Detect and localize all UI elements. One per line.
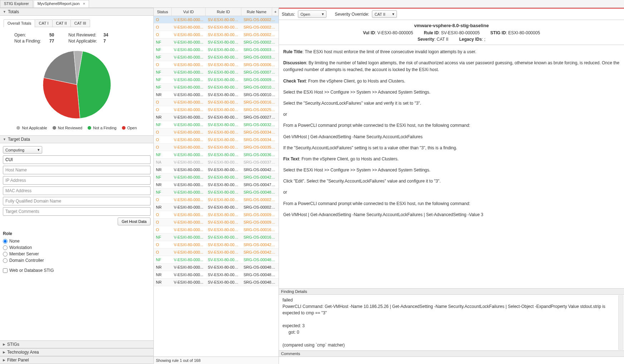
table-row[interactable]: NFV-ESXI-80-000...SV-ESXI-80-000...SRG-O… — [154, 69, 279, 76]
rule-id-cell: SV-ESXI-80-000... — [206, 48, 241, 52]
totals-header[interactable]: ▼ Totals — [0, 8, 153, 16]
computing-dropdown[interactable]: Computing ▾ — [3, 146, 42, 154]
role-member-server[interactable]: Member Server — [3, 251, 151, 257]
vul-id-cell: V-ESXI-80-000... — [172, 175, 206, 179]
severity-override-dropdown[interactable]: CAT II▾ — [372, 10, 397, 18]
table-row[interactable]: NFV-ESXI-80-000...SV-ESXI-80-000...SRG-O… — [154, 54, 279, 61]
vul-id-cell: V-ESXI-80-000... — [172, 213, 206, 217]
table-row[interactable]: OV-ESXI-80-000...SV-ESXI-80-000...SRG-OS… — [154, 99, 279, 106]
col-vul-id[interactable]: Vul ID — [172, 8, 206, 16]
table-row[interactable]: NFV-ESXI-80-000...SV-ESXI-80-000...SRG-O… — [154, 121, 279, 129]
web-db-stig-checkbox[interactable]: Web or Database STIG — [3, 267, 151, 274]
table-row[interactable]: OV-ESXI-80-000...SV-ESXI-80-000...SRG-OS… — [154, 211, 279, 219]
role-none[interactable]: None — [3, 238, 151, 244]
table-row[interactable]: NFV-ESXI-80-000...SV-ESXI-80-000...SRG-O… — [154, 46, 279, 54]
table-row[interactable]: NFV-ESXI-80-000...SV-ESXI-80-000...SRG-O… — [154, 189, 279, 196]
table-row[interactable]: NRV-ESXI-80-000...SV-ESXI-80-000...SRG-O… — [154, 91, 279, 99]
cui-field[interactable] — [3, 155, 151, 164]
table-row[interactable]: NRV-ESXI-80-000...SV-ESXI-80-000...SRG-O… — [154, 181, 279, 189]
table-row[interactable]: OV-ESXI-80-000...SV-ESXI-80-000...SRG-OS… — [154, 226, 279, 234]
table-row[interactable]: NRV-ESXI-80-000...SV-ESXI-80-000...SRG-O… — [154, 271, 279, 279]
table-row[interactable]: OV-ESXI-80-000...SV-ESXI-80-000...SRG-OS… — [154, 16, 279, 24]
table-row[interactable]: NAV-ESXI-80-000...SV-ESXI-80-000...SRG-O… — [154, 159, 279, 166]
table-row[interactable]: NFV-ESXI-80-000...SV-ESXI-80-000...SRG-O… — [154, 39, 279, 46]
table-row[interactable]: NRV-ESXI-80-000...SV-ESXI-80-000...SRG-O… — [154, 204, 279, 211]
comments-box[interactable] — [279, 357, 624, 364]
table-row[interactable]: OV-ESXI-80-000...SV-ESXI-80-000...SRG-OS… — [154, 144, 279, 151]
table-row[interactable]: NFV-ESXI-80-000...SV-ESXI-80-000...SRG-O… — [154, 76, 279, 84]
vul-id-cell: V-ESXI-80-000... — [172, 123, 206, 127]
technology-area-header[interactable]: ▶Technology Area — [0, 348, 153, 356]
table-row[interactable]: OV-ESXI-80-000...SV-ESXI-80-000...SRG-OS… — [154, 219, 279, 226]
sub-tab-cat3[interactable]: CAT III — [70, 19, 90, 27]
table-row[interactable]: OV-ESXI-80-000...SV-ESXI-80-000...SRG-OS… — [154, 241, 279, 249]
close-icon[interactable]: × — [83, 1, 85, 6]
col-rule-id[interactable]: Rule ID — [206, 8, 241, 16]
rule-name-cell: SRG-OS-000480-... — [241, 265, 279, 269]
ip-address-field[interactable] — [3, 176, 151, 185]
add-column-button[interactable]: + — [272, 8, 279, 16]
col-rule-name[interactable]: Rule Name — [241, 8, 272, 16]
table-row[interactable]: NFV-ESXI-80-000...SV-ESXI-80-000...SRG-O… — [154, 151, 279, 159]
rule-name-cell: SRG-OS-000366-... — [241, 153, 279, 157]
table-row[interactable]: OV-ESXI-80-000...SV-ESXI-80-000...SRG-OS… — [154, 31, 279, 39]
status-cell: O — [154, 138, 172, 142]
host-name-field[interactable] — [3, 166, 151, 174]
role-domain-controller[interactable]: Domain Controller — [3, 257, 151, 264]
vul-id-cell: V-ESXI-80-000... — [172, 48, 206, 52]
table-row[interactable]: NFV-ESXI-80-000...SV-ESXI-80-000...SRG-O… — [154, 234, 279, 241]
finding-details-box[interactable]: failed PowerCLI Command: Get-VMHost -Nam… — [279, 295, 624, 350]
table-row[interactable]: OV-ESXI-80-000...SV-ESXI-80-000...SRG-OS… — [154, 24, 279, 31]
table-row[interactable]: OV-ESXI-80-000...SV-ESXI-80-000...SRG-OS… — [154, 129, 279, 136]
target-comments-field[interactable] — [3, 207, 151, 216]
sub-tab-overall[interactable]: Overall Totals — [4, 19, 35, 27]
table-row[interactable]: NFV-ESXI-80-000...SV-ESXI-80-000...SRG-O… — [154, 256, 279, 264]
col-status[interactable]: Status — [154, 8, 172, 16]
sub-tab-cat2[interactable]: CAT II — [52, 19, 71, 27]
rule-id-cell: SV-ESXI-80-000... — [206, 198, 241, 202]
rule-name-cell: SRG-OS-000423-... — [241, 243, 279, 247]
tab-report-file[interactable]: MyvSphere8Report.json × — [34, 0, 89, 8]
status-cell: NR — [154, 280, 172, 284]
table-row[interactable]: NRV-ESXI-80-000...SV-ESXI-80-000...SRG-O… — [154, 166, 279, 174]
role-workstation[interactable]: Workstation — [3, 244, 151, 251]
rule-name-cell: SRG-OS-000095-... — [241, 78, 279, 82]
tab-stig-explorer[interactable]: STIG Explorer — [0, 0, 33, 8]
table-row[interactable]: NFV-ESXI-80-000...SV-ESXI-80-000...SRG-O… — [154, 84, 279, 91]
target-data-header[interactable]: ▼ Target Data — [0, 135, 153, 143]
filter-panel-header[interactable]: ▶Filter Panel — [0, 356, 153, 364]
get-host-data-button[interactable]: Get Host Data — [118, 218, 151, 225]
rule-name-cell: SRG-OS-000029-... — [241, 40, 279, 44]
scrollbar[interactable] — [618, 295, 623, 350]
table-row[interactable]: OV-ESXI-80-000...SV-ESXI-80-000...SRG-OS… — [154, 136, 279, 144]
stig-baseline-title: vmware-vsphere-8.0-stig-baseline — [279, 20, 624, 30]
rule-detail-body[interactable]: Rule Title: The ESXi host must enforce t… — [279, 45, 624, 288]
table-row[interactable]: OV-ESXI-80-000...SV-ESXI-80-000...SRG-OS… — [154, 196, 279, 204]
vul-id-cell: V-ESXI-80-000... — [172, 220, 206, 224]
status-cell: NA — [154, 160, 172, 164]
mac-address-field[interactable] — [3, 186, 151, 195]
status-dropdown[interactable]: Open▾ — [298, 10, 326, 18]
sub-tab-cat1[interactable]: CAT I — [35, 19, 52, 27]
table-row[interactable]: NRV-ESXI-80-000...SV-ESXI-80-000...SRG-O… — [154, 279, 279, 286]
table-row[interactable]: OV-ESXI-80-000...SV-ESXI-80-000...SRG-OS… — [154, 249, 279, 256]
chevron-down-icon: ▾ — [392, 12, 394, 16]
rule-id-cell: SV-ESXI-80-000... — [206, 280, 241, 284]
vul-id-cell: V-ESXI-80-000... — [172, 273, 206, 277]
status-cell: NF — [154, 48, 172, 52]
stigs-header[interactable]: ▶STIGs — [0, 340, 153, 348]
fqdn-field[interactable] — [3, 197, 151, 205]
chevron-down-icon: ▼ — [3, 10, 6, 14]
rule-name-cell: SRG-OS-000077-... — [241, 70, 279, 74]
table-row[interactable]: NRV-ESXI-80-000...SV-ESXI-80-000...SRG-O… — [154, 264, 279, 271]
chevron-down-icon: ▼ — [3, 138, 6, 141]
table-row[interactable]: NRV-ESXI-80-000...SV-ESXI-80-000...SRG-O… — [154, 114, 279, 121]
table-row[interactable]: OV-ESXI-80-000...SV-ESXI-80-000...SRG-OS… — [154, 61, 279, 69]
vul-id-cell: V-ESXI-80-000... — [172, 33, 206, 37]
status-cell: NR — [154, 265, 172, 269]
rule-name-cell: SRG-OS-000104-... — [241, 85, 279, 89]
status-cell: O — [154, 25, 172, 29]
table-row[interactable]: NFV-ESXI-80-000...SV-ESXI-80-000...SRG-O… — [154, 174, 279, 181]
rule-id-cell: SV-ESXI-80-000... — [206, 160, 241, 164]
table-row[interactable]: OV-ESXI-80-000...SV-ESXI-80-000...SRG-OS… — [154, 106, 279, 114]
